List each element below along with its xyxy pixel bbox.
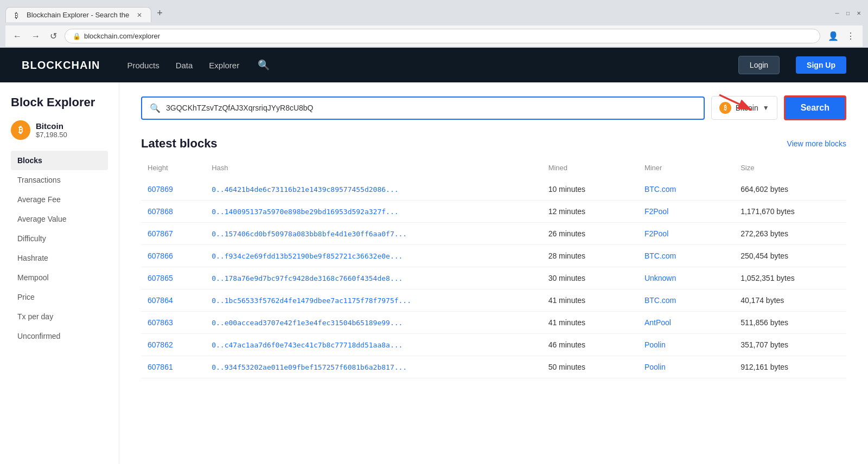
active-tab[interactable]: ₿ Blockchain Explorer - Search the ✕ [5, 7, 151, 22]
address-bar[interactable]: 🔒 blockchain.com/explorer [65, 29, 820, 43]
table-row: 607864 0..1bc56533f5762d4fe1479dbee7ac11… [141, 289, 846, 312]
table-row: 607862 0..c47ac1aa7d6f0e743ec41c7b8c7771… [141, 334, 846, 356]
block-miner-link[interactable]: BTC.com [644, 185, 676, 194]
sidebar-item-hashrate[interactable]: Hashrate [11, 248, 108, 268]
block-miner-link[interactable]: BTC.com [644, 296, 676, 305]
brand-logo: BLOCKCHAIN [22, 59, 100, 72]
sidebar-item-tx-per-day[interactable]: Tx per day [11, 307, 108, 326]
block-size: 511,856 bytes [734, 312, 846, 334]
profile-btn[interactable]: 👤 [826, 29, 841, 43]
tab-title: Blockchain Explorer - Search the [27, 11, 129, 19]
bitcoin-info: ₿ Bitcoin $7,198.50 [11, 120, 108, 140]
sidebar-item-blocks[interactable]: Blocks [11, 151, 108, 170]
lock-icon: 🔒 [73, 33, 81, 40]
menu-btn[interactable]: ⋮ [844, 29, 857, 43]
sidebar-item-mempool[interactable]: Mempool [11, 268, 108, 287]
btc-name: Bitcoin [36, 121, 67, 131]
maximize-btn[interactable]: □ [844, 10, 852, 17]
block-size: 351,707 bytes [734, 334, 846, 356]
block-hash-link[interactable]: 0..c47ac1aa7d6f0e743ec41c7b8c77718dd51aa… [212, 341, 403, 349]
reload-btn[interactable]: ↺ [48, 29, 59, 43]
block-miner-link[interactable]: AntPool [644, 318, 671, 327]
block-mined-time: 30 minutes [542, 267, 638, 289]
block-mined-time: 41 minutes [542, 289, 638, 312]
block-height-link[interactable]: 607863 [148, 318, 173, 327]
sidebar-title: Block Explorer [11, 95, 108, 109]
search-icon: 🔍 [150, 103, 161, 113]
block-size: 912,161 bytes [734, 356, 846, 378]
table-row: 607868 0..140095137a5970e898be29bd16953d… [141, 201, 846, 223]
block-mined-time: 28 minutes [542, 245, 638, 267]
block-size: 250,454 bytes [734, 245, 846, 267]
block-size: 272,263 bytes [734, 223, 846, 245]
block-miner-link[interactable]: F2Pool [644, 229, 668, 238]
block-miner-link[interactable]: Poolin [644, 340, 666, 349]
table-row: 607867 0..157406cd0bf50978a083bb8bfe4d1e… [141, 223, 846, 245]
tab-bar: ₿ Blockchain Explorer - Search the ✕ + [5, 4, 168, 22]
sidebar-item-difficulty[interactable]: Difficulty [11, 229, 108, 248]
forward-btn[interactable]: → [29, 29, 42, 43]
col-mined: Mined [542, 159, 638, 178]
col-height: Height [141, 159, 205, 178]
block-hash-link[interactable]: 0..1bc56533f5762d4fe1479dbee7ac1175f78f7… [212, 297, 411, 305]
btc-icon: ₿ [11, 120, 30, 140]
block-hash-link[interactable]: 0..e00accead3707e42f1e3e4fec31504b65189e… [212, 319, 403, 327]
nav-products[interactable]: Products [127, 59, 159, 72]
view-more-blocks-link[interactable]: View more blocks [787, 139, 846, 148]
sidebar-item-avg-value[interactable]: Average Value [11, 209, 108, 229]
block-height-link[interactable]: 607866 [148, 252, 173, 260]
sidebar-item-unconfirmed[interactable]: Unconfirmed [11, 326, 108, 346]
sidebar-nav: Blocks Transactions Average Fee Average … [11, 151, 108, 346]
search-row: 🔍 ₿ Bitcoin ▼ Search [141, 95, 846, 120]
block-miner-link[interactable]: F2Pool [644, 207, 668, 216]
block-mined-time: 26 minutes [542, 223, 638, 245]
signup-button[interactable]: Sign Up [796, 56, 846, 74]
address-bar-row: ← → ↺ 🔒 blockchain.com/explorer 👤 ⋮ [5, 25, 863, 47]
search-button[interactable]: Search [784, 95, 846, 120]
nav-search-icon[interactable]: 🔍 [258, 59, 270, 71]
block-mined-time: 10 minutes [542, 178, 638, 201]
block-hash-link[interactable]: 0..f934c2e69fdd13b52190be9f852721c36632e… [212, 252, 403, 260]
login-button[interactable]: Login [738, 56, 780, 74]
search-input-wrapper: 🔍 [141, 96, 705, 120]
sidebar-item-transactions[interactable]: Transactions [11, 170, 108, 190]
nav-explorer[interactable]: Explorer [209, 59, 239, 72]
sidebar-item-avg-fee[interactable]: Average Fee [11, 190, 108, 209]
coin-selector[interactable]: ₿ Bitcoin ▼ [711, 96, 777, 120]
block-miner-link[interactable]: BTC.com [644, 252, 676, 260]
close-btn[interactable]: ✕ [855, 10, 863, 17]
tab-close-btn[interactable]: ✕ [137, 11, 142, 19]
block-height-link[interactable]: 607867 [148, 229, 173, 238]
block-height-link[interactable]: 607868 [148, 207, 173, 216]
block-hash-link[interactable]: 0..46421b4de6c73116b21e1439c89577455d208… [212, 185, 398, 194]
block-height-link[interactable]: 607862 [148, 340, 173, 349]
block-miner-link[interactable]: Poolin [644, 363, 666, 371]
new-tab-btn[interactable]: + [151, 4, 168, 22]
btc-details: Bitcoin $7,198.50 [36, 121, 67, 139]
block-mined-time: 12 minutes [542, 201, 638, 223]
block-miner-link[interactable]: Unknown [644, 274, 676, 282]
nav-data[interactable]: Data [176, 59, 193, 72]
block-mined-time: 46 minutes [542, 334, 638, 356]
search-input[interactable] [166, 104, 696, 112]
block-size: 1,052,351 bytes [734, 267, 846, 289]
back-btn[interactable]: ← [11, 29, 24, 43]
minimize-btn[interactable]: ─ [833, 10, 841, 17]
block-hash-link[interactable]: 0..934f53202ae011e09fbef157257f6081b6a2b… [212, 363, 407, 371]
block-hash-link[interactable]: 0..157406cd0bf50978a083bb8bfe4d1e30ff6aa… [212, 230, 407, 238]
block-size: 1,171,670 bytes [734, 201, 846, 223]
coin-selector-icon: ₿ [719, 102, 731, 114]
block-height-link[interactable]: 607865 [148, 274, 173, 282]
block-size: 664,602 bytes [734, 178, 846, 201]
block-height-link[interactable]: 607869 [148, 185, 173, 194]
browser-actions: 👤 ⋮ [826, 29, 857, 43]
page-content: Block Explorer ₿ Bitcoin $7,198.50 Block… [0, 82, 868, 464]
main-area: 🔍 ₿ Bitcoin ▼ Search [119, 82, 868, 464]
block-hash-link[interactable]: 0..140095137a5970e898be29bd16953d592a327… [212, 208, 398, 216]
block-hash-link[interactable]: 0..178a76e9d7bc97fc9428de3168c7660f4354d… [212, 274, 403, 282]
blocks-title: Latest blocks [141, 137, 218, 151]
sidebar-item-price[interactable]: Price [11, 287, 108, 307]
block-height-link[interactable]: 607861 [148, 363, 173, 371]
block-height-link[interactable]: 607864 [148, 296, 173, 305]
browser-chrome: ₿ Blockchain Explorer - Search the ✕ + ─… [0, 0, 868, 48]
